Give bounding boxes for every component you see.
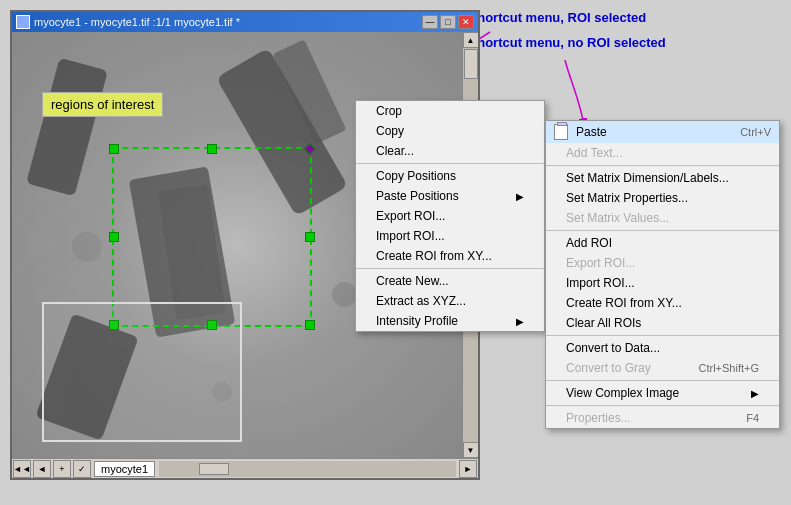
menu-item-add-roi[interactable]: Add ROI <box>546 233 779 253</box>
context-menu-no-roi: Paste Ctrl+V Add Text... Set Matrix Dime… <box>545 120 780 429</box>
menu-item-import-roi[interactable]: Import ROI... <box>356 226 544 246</box>
nav-first-button[interactable]: ◄◄ <box>13 460 31 478</box>
window-icon <box>16 15 30 29</box>
annotation-roi-selected-text: shortcut menu, ROI selected <box>470 10 780 25</box>
menu-item-create-roi-xy2[interactable]: Create ROI from XY... <box>546 293 779 313</box>
menu-item-view-complex-image[interactable]: View Complex Image▶ <box>546 383 779 403</box>
menu-sep-d <box>546 380 779 381</box>
roi-handle-ml[interactable] <box>109 232 119 242</box>
menu-item-create-new[interactable]: Create New... <box>356 271 544 291</box>
menu-item-properties: Properties...F4 <box>546 408 779 428</box>
menu-item-export-roi2: Export ROI... <box>546 253 779 273</box>
menu-item-copy-positions[interactable]: Copy Positions <box>356 166 544 186</box>
nav-next-button[interactable]: ► <box>459 460 477 478</box>
menu-item-intensity-profile[interactable]: Intensity Profile▶ <box>356 311 544 331</box>
menu-sep-2 <box>356 268 544 269</box>
minimize-button[interactable]: — <box>422 15 438 29</box>
menu-sep-b <box>546 230 779 231</box>
menu-item-clear-all-rois[interactable]: Clear All ROIs <box>546 313 779 333</box>
menu-item-extract-xyz[interactable]: Extract as XYZ... <box>356 291 544 311</box>
nav-plus-button[interactable]: + <box>53 460 71 478</box>
window-title: myocyte1 - myocyte1.tif :1/1 myocyte1.ti… <box>34 16 240 28</box>
window-titlebar: myocyte1 - myocyte1.tif :1/1 myocyte1.ti… <box>12 12 478 32</box>
roi-annotation-label: regions of interest <box>42 92 163 117</box>
menu-sep-a <box>546 165 779 166</box>
paste-icon <box>554 124 568 140</box>
horizontal-scrollbar[interactable] <box>159 461 456 477</box>
roi-box-selected[interactable] <box>112 147 312 327</box>
menu-item-export-roi[interactable]: Export ROI... <box>356 206 544 226</box>
menu-item-clear[interactable]: Clear... <box>356 141 544 161</box>
menu-sep-c <box>546 335 779 336</box>
menu-item-set-matrix-dim[interactable]: Set Matrix Dimension/Labels... <box>546 168 779 188</box>
menu-item-import-roi2[interactable]: Import ROI... <box>546 273 779 293</box>
roi-handle-tm[interactable] <box>207 144 217 154</box>
nav-prev-button[interactable]: ◄ <box>33 460 51 478</box>
annotation-area: shortcut menu, ROI selected shortcut men… <box>470 10 780 50</box>
context-menu-roi-selected: Crop Copy Clear... Copy Positions Paste … <box>355 100 545 332</box>
menu-item-add-text: Add Text... <box>546 143 779 163</box>
menu-item-copy[interactable]: Copy <box>356 121 544 141</box>
roi-handle-br[interactable] <box>305 320 315 330</box>
titlebar-buttons: — □ ✕ <box>422 15 474 29</box>
roi-box-unselected[interactable] <box>42 302 242 442</box>
menu-item-crop[interactable]: Crop <box>356 101 544 121</box>
maximize-button[interactable]: □ <box>440 15 456 29</box>
menu-sep-1 <box>356 163 544 164</box>
titlebar-title: myocyte1 - myocyte1.tif :1/1 myocyte1.ti… <box>16 15 240 29</box>
menu-item-paste-positions[interactable]: Paste Positions▶ <box>356 186 544 206</box>
menu-item-convert-gray: Convert to GrayCtrl+Shift+G <box>546 358 779 378</box>
menu-item-paste[interactable]: Paste Ctrl+V <box>546 121 779 143</box>
menu-sep-e <box>546 405 779 406</box>
menu-item-set-matrix-vals: Set Matrix Values... <box>546 208 779 228</box>
annotation-no-roi-text: shortcut menu, no ROI selected <box>470 35 780 50</box>
tab-label[interactable]: myocyte1 <box>94 461 155 477</box>
close-button[interactable]: ✕ <box>458 15 474 29</box>
scroll-thumb[interactable] <box>464 49 478 79</box>
menu-item-create-roi-xy[interactable]: Create ROI from XY... <box>356 246 544 266</box>
h-scroll-thumb[interactable] <box>199 463 229 475</box>
scroll-down-button[interactable]: ▼ <box>463 442 479 458</box>
nav-check-button[interactable]: ✓ <box>73 460 91 478</box>
menu-item-set-matrix-props[interactable]: Set Matrix Properties... <box>546 188 779 208</box>
scroll-up-button[interactable]: ▲ <box>463 32 479 48</box>
bottom-bar: ◄◄ ◄ + ✓ myocyte1 ► <box>12 458 478 478</box>
roi-handle-mr[interactable] <box>305 232 315 242</box>
roi-handle-tl[interactable] <box>109 144 119 154</box>
menu-item-convert-data[interactable]: Convert to Data... <box>546 338 779 358</box>
